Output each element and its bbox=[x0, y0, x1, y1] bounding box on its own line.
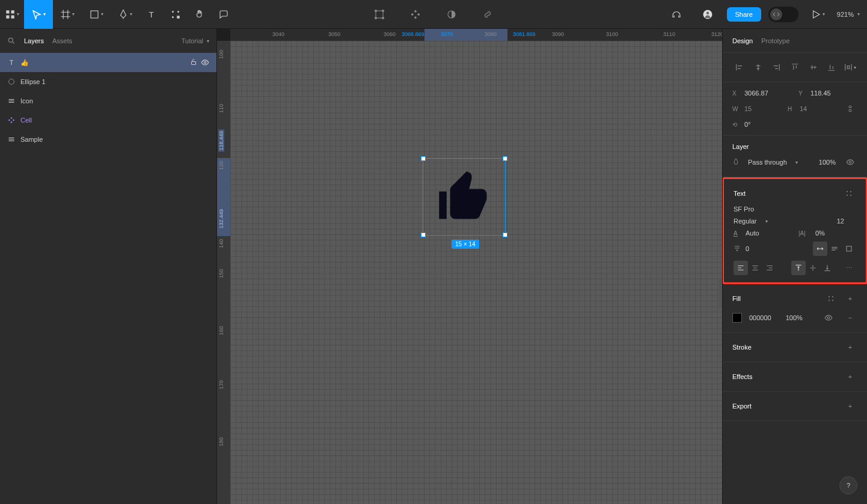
pages-dropdown[interactable]: Tutorial▾ bbox=[182, 37, 209, 44]
avatar-button[interactable] bbox=[696, 0, 720, 29]
align-top-button[interactable] bbox=[788, 60, 802, 74]
svg-rect-27 bbox=[9, 141, 14, 141]
layer-item[interactable]: Sample bbox=[0, 130, 216, 149]
pen-tool-button[interactable]: ▾ bbox=[111, 0, 139, 29]
h-value[interactable]: 14 bbox=[800, 105, 807, 112]
layer-opacity-input[interactable]: 100% bbox=[819, 159, 836, 166]
present-button[interactable]: ▾ bbox=[806, 0, 830, 29]
svg-rect-0 bbox=[6, 10, 9, 13]
text-align-middle-button[interactable] bbox=[806, 261, 820, 275]
edit-object-button[interactable] bbox=[367, 0, 391, 29]
fixed-size-button[interactable] bbox=[842, 241, 856, 256]
svg-rect-10 bbox=[376, 11, 383, 18]
text-more-button[interactable]: ⋯ bbox=[842, 261, 856, 275]
scrollbar-canvas[interactable] bbox=[718, 278, 722, 308]
help-button[interactable]: ? bbox=[839, 476, 857, 494]
tab-prototype[interactable]: Prototype bbox=[761, 37, 789, 44]
link-button[interactable] bbox=[476, 0, 500, 29]
align-left-button[interactable] bbox=[732, 60, 747, 74]
tab-design[interactable]: Design bbox=[732, 37, 753, 44]
hand-tool-button[interactable] bbox=[188, 0, 212, 29]
layer-item[interactable]: Ellipse 1 bbox=[0, 72, 216, 91]
w-value[interactable]: 15 bbox=[744, 105, 752, 112]
chevron-down-icon: ▾ bbox=[765, 219, 768, 224]
fill-opacity-input[interactable]: 100% bbox=[786, 314, 803, 321]
tab-layers[interactable]: Layers bbox=[24, 37, 44, 44]
move-tool-button[interactable]: ▾ bbox=[24, 0, 53, 29]
visibility-icon[interactable] bbox=[201, 58, 209, 67]
blend-mode-dropdown[interactable]: Pass through bbox=[748, 159, 787, 166]
add-fill-button[interactable]: + bbox=[843, 291, 857, 306]
layer-section-title: Layer bbox=[732, 143, 749, 150]
canvas[interactable]: 15 × 14 bbox=[230, 41, 722, 504]
resize-handle-br[interactable] bbox=[503, 232, 507, 237]
zoom-dropdown[interactable]: 921%▾ bbox=[837, 11, 860, 18]
unlock-icon[interactable] bbox=[190, 58, 197, 65]
resize-handle-tr[interactable] bbox=[503, 156, 507, 161]
resize-handle-tl[interactable] bbox=[421, 156, 426, 161]
svg-rect-4 bbox=[91, 11, 98, 18]
text-align-top-button[interactable] bbox=[791, 261, 806, 275]
align-right-button[interactable] bbox=[769, 60, 783, 74]
fill-visibility-button[interactable] bbox=[821, 311, 836, 325]
horizontal-ruler: 3040305030603066.869307030803081.8693090… bbox=[230, 29, 722, 41]
w-label: W bbox=[732, 106, 741, 112]
line-height-input[interactable]: Auto bbox=[746, 229, 759, 237]
font-weight-dropdown[interactable]: Regular bbox=[734, 217, 757, 225]
dev-mode-toggle[interactable] bbox=[768, 7, 798, 22]
text-align-right-button[interactable] bbox=[762, 261, 777, 275]
text-align-bottom-button[interactable] bbox=[820, 261, 835, 275]
align-center-v-button[interactable] bbox=[806, 60, 821, 74]
x-value[interactable]: 3066.87 bbox=[744, 90, 768, 97]
svg-point-32 bbox=[850, 191, 851, 192]
shape-tool-button[interactable]: ▾ bbox=[82, 0, 111, 29]
selection-bounds[interactable]: 15 × 14 bbox=[423, 158, 506, 235]
frame-tool-button[interactable]: ▾ bbox=[53, 0, 82, 29]
chevron-down-icon: ▾ bbox=[823, 11, 825, 17]
rotation-value[interactable]: 0° bbox=[744, 121, 751, 128]
align-bottom-button[interactable] bbox=[824, 60, 839, 74]
add-stroke-button[interactable]: + bbox=[843, 340, 857, 354]
fill-styles-button[interactable] bbox=[824, 291, 838, 306]
remove-fill-button[interactable]: − bbox=[843, 311, 857, 325]
y-label: Y bbox=[798, 90, 807, 97]
layer-label: 👍 bbox=[20, 59, 29, 67]
layer-item-component[interactable]: Cell bbox=[0, 111, 216, 130]
auto-height-button[interactable] bbox=[827, 241, 842, 256]
distribute-button[interactable]: ▾ bbox=[843, 60, 857, 74]
y-value[interactable]: 118.45 bbox=[810, 90, 831, 97]
fill-hex-input[interactable]: 000000 bbox=[749, 314, 771, 321]
text-align-center-button[interactable] bbox=[748, 261, 762, 275]
text-tool-button[interactable]: T bbox=[139, 0, 164, 29]
font-family-dropdown[interactable]: SF Pro bbox=[734, 205, 754, 213]
text-styles-button[interactable] bbox=[842, 186, 856, 201]
resize-handle-bl[interactable] bbox=[421, 232, 426, 237]
constrain-proportions-button[interactable] bbox=[843, 102, 857, 116]
resources-button[interactable] bbox=[164, 0, 188, 29]
audio-button[interactable] bbox=[664, 0, 688, 29]
tab-assets[interactable]: Assets bbox=[52, 37, 72, 44]
paragraph-spacing-input[interactable]: 0 bbox=[746, 245, 749, 252]
chevron-down-icon: ▾ bbox=[130, 11, 132, 17]
auto-width-button[interactable] bbox=[813, 241, 827, 256]
font-size-input[interactable]: 12 bbox=[837, 217, 844, 225]
canvas-area[interactable]: 3040305030603066.869307030803081.8693090… bbox=[217, 29, 722, 504]
layer-section: Layer Pass through▾ 100% bbox=[723, 136, 867, 177]
component-button[interactable] bbox=[403, 0, 427, 29]
letter-spacing-icon: |A| bbox=[798, 230, 812, 237]
add-export-button[interactable]: + bbox=[843, 399, 857, 413]
search-icon[interactable] bbox=[7, 37, 16, 45]
align-center-h-button[interactable] bbox=[751, 60, 765, 74]
layer-item[interactable]: Icon bbox=[0, 91, 216, 111]
fill-color-swatch[interactable] bbox=[732, 313, 742, 323]
layer-item-selected[interactable]: T 👍 bbox=[0, 53, 216, 72]
share-button[interactable]: Share bbox=[727, 7, 761, 22]
figma-menu-button[interactable]: ▾ bbox=[0, 0, 24, 29]
layer-visibility-button[interactable] bbox=[843, 155, 857, 169]
svg-point-37 bbox=[832, 296, 833, 297]
comment-tool-button[interactable] bbox=[212, 0, 236, 29]
add-effect-button[interactable]: + bbox=[843, 369, 857, 384]
mask-button[interactable] bbox=[440, 0, 464, 29]
text-align-left-button[interactable] bbox=[734, 261, 748, 275]
letter-spacing-input[interactable]: 0% bbox=[815, 229, 825, 237]
